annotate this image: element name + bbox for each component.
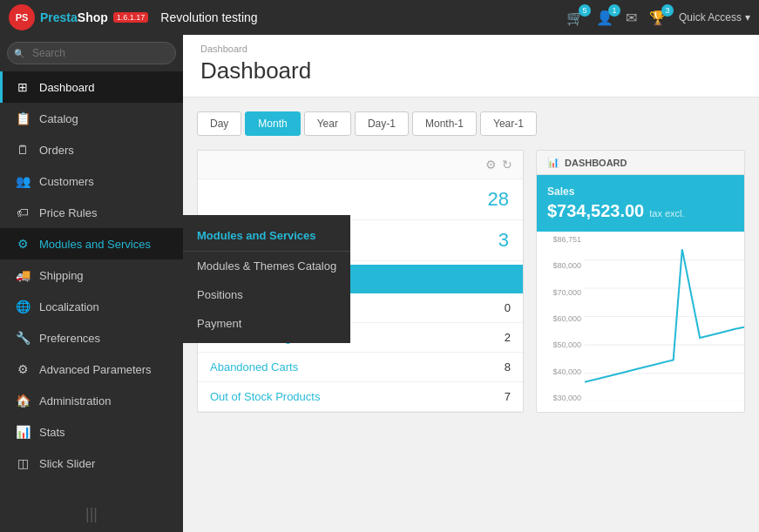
submenu-item-payment[interactable]: Payment (183, 309, 350, 338)
sidebar-item-label: Slick Slider (39, 457, 95, 470)
sales-label: Sales (547, 185, 734, 198)
submenu-item-positions[interactable]: Positions (183, 280, 350, 309)
sales-widget-title: DASHBOARD (565, 158, 627, 168)
y-label-2: $70,000 (540, 288, 581, 297)
administration-icon: 🏠 (15, 394, 30, 407)
sidebar-item-modules[interactable]: ⚙ Modules and Services (0, 228, 183, 259)
localization-icon: 🌐 (15, 300, 30, 313)
breadcrumb: Dashboard (200, 44, 742, 54)
pending-stock-link[interactable]: Out of Stock Products (210, 390, 320, 403)
tab-year-minus1[interactable]: Year-1 (480, 111, 537, 136)
catalog-icon: 📋 (15, 111, 30, 125)
pending-stock-count: 7 (505, 390, 511, 403)
sidebar-item-customers[interactable]: 👥 Customers (0, 165, 183, 197)
store-name: Revolution testing (160, 10, 257, 24)
card-header: ⚙ ↻ (198, 151, 523, 179)
sidebar-item-shipping[interactable]: 🚚 Shipping (0, 259, 183, 291)
mail-icon-badge[interactable]: ✉ (626, 10, 637, 26)
sidebar-footer-icon: ||| (85, 505, 98, 522)
gear-button[interactable]: ⚙ (485, 158, 497, 172)
pending-carts-link[interactable]: Abandoned Carts (210, 360, 298, 374)
pending-returns-count: 2 (505, 331, 511, 344)
card-actions: ⚙ ↻ (485, 158, 512, 172)
orders-icon: 🗒 (15, 143, 30, 157)
y-label-5: $40,000 (540, 367, 581, 376)
chevron-down-icon: ▾ (745, 11, 750, 24)
y-label-3: $60,000 (540, 314, 581, 323)
carts-value: 3 (498, 229, 509, 252)
tab-month-minus1[interactable]: Month-1 (412, 111, 477, 136)
cart-icon-badge[interactable]: 🛒 5 (566, 10, 584, 26)
slick-icon: ◫ (15, 456, 30, 470)
cart-count: 5 (579, 4, 591, 17)
trophy-count: 3 (661, 4, 674, 17)
sales-line-chart (585, 232, 744, 401)
modules-submenu: Modules and Services Modules & Themes Ca… (183, 215, 350, 343)
y-label-0: $86,751 (540, 235, 581, 244)
sidebar-item-catalog[interactable]: 📋 Catalog (0, 103, 183, 134)
sidebar-item-administration[interactable]: 🏠 Administration (0, 385, 183, 416)
sidebar-item-label: Preferences (39, 332, 100, 345)
top-nav: PS PrestaShop 1.6.1.17 Revolution testin… (0, 0, 759, 35)
sidebar-item-label: Shipping (39, 269, 84, 282)
search-container (0, 35, 183, 71)
sidebar-item-label: Catalog (39, 112, 78, 125)
advanced-icon: ⚙ (15, 362, 30, 376)
shipping-icon: 🚚 (15, 268, 30, 282)
dashboard-icon: ⊞ (15, 80, 30, 94)
customer-icon-badge[interactable]: 👤 1 (596, 10, 613, 26)
page-title: Dashboard (200, 57, 742, 84)
nav-icons: 🛒 5 👤 1 ✉ 🏆 3 Quick Access ▾ (566, 10, 750, 26)
quick-access-label: Quick Access (679, 11, 742, 24)
bar-chart-icon: 📊 (547, 157, 559, 168)
y-label-6: $30,000 (540, 394, 581, 402)
submenu-item-modules-catalog[interactable]: Modules & Themes Catalog (183, 252, 350, 280)
tab-month[interactable]: Month (245, 111, 300, 136)
sidebar-item-advanced[interactable]: ⚙ Advanced Parameters (0, 354, 183, 385)
customer-count: 1 (608, 4, 620, 17)
sidebar-item-dashboard[interactable]: ⊞ Dashboard (0, 71, 183, 103)
sidebar-item-label: Administration (39, 394, 111, 407)
stats-icon: 📊 (15, 425, 30, 439)
tab-year[interactable]: Year (304, 111, 351, 136)
sidebar-item-orders[interactable]: 🗒 Orders (0, 134, 183, 165)
sidebar-item-label: Localization (39, 300, 99, 313)
logo-text: PrestaShop (40, 10, 108, 24)
chart-yaxis: $86,751 $80,000 $70,000 $60,000 $50,000 … (537, 232, 585, 406)
sidebar-item-stats[interactable]: 📊 Stats (0, 416, 183, 448)
tab-day[interactable]: Day (197, 111, 241, 136)
refresh-button[interactable]: ↻ (502, 158, 512, 172)
sidebar-item-price-rules[interactable]: 🏷 Price Rules (0, 197, 183, 228)
mail-icon: ✉ (626, 10, 637, 25)
quick-access-menu[interactable]: Quick Access ▾ (679, 11, 750, 24)
customers-icon: 👥 (15, 174, 30, 188)
sidebar-item-localization[interactable]: 🌐 Localization (0, 291, 183, 322)
chart-area: $86,751 $80,000 $70,000 $60,000 $50,000 … (537, 232, 744, 406)
preferences-icon: 🔧 (15, 331, 30, 345)
pending-row-stock: Out of Stock Products 7 (198, 382, 523, 412)
sidebar-footer: ||| (0, 496, 183, 532)
main-layout: ⊞ Dashboard 📋 Catalog 🗒 Orders 👥 Custome… (0, 35, 759, 532)
content-header: Dashboard Dashboard (183, 35, 759, 98)
sales-widget-card: 📊 DASHBOARD Sales $734,523.00 tax excl. (536, 150, 745, 413)
version-badge: 1.6.1.17 (113, 12, 149, 23)
trophy-icon-badge[interactable]: 🏆 3 (649, 10, 667, 26)
y-label-4: $50,000 (540, 340, 581, 349)
pending-carts-count: 8 (505, 360, 511, 374)
logo-icon: PS (9, 4, 35, 30)
sidebar-item-label: Price Rules (39, 206, 97, 219)
orders-value: 28 (488, 188, 509, 211)
sidebar-item-label: Dashboard (39, 81, 95, 94)
sidebar-item-slick[interactable]: ◫ Slick Slider (0, 448, 183, 479)
sidebar-item-label: Orders (39, 144, 74, 157)
sidebar-item-preferences[interactable]: 🔧 Preferences (0, 322, 183, 354)
sales-amount: $734,523.00 (547, 201, 644, 221)
stat-row-orders: 28 (198, 179, 523, 220)
sidebar-item-label: Modules and Services (39, 238, 151, 251)
sidebar-item-label: Stats (39, 426, 65, 439)
search-input[interactable] (7, 42, 176, 64)
sidebar: ⊞ Dashboard 📋 Catalog 🗒 Orders 👥 Custome… (0, 35, 183, 532)
date-tabs: Day Month Year Day-1 Month-1 Year-1 (197, 111, 745, 136)
tab-day-minus1[interactable]: Day-1 (355, 111, 409, 136)
pending-row-carts: Abandoned Carts 8 (198, 353, 523, 382)
